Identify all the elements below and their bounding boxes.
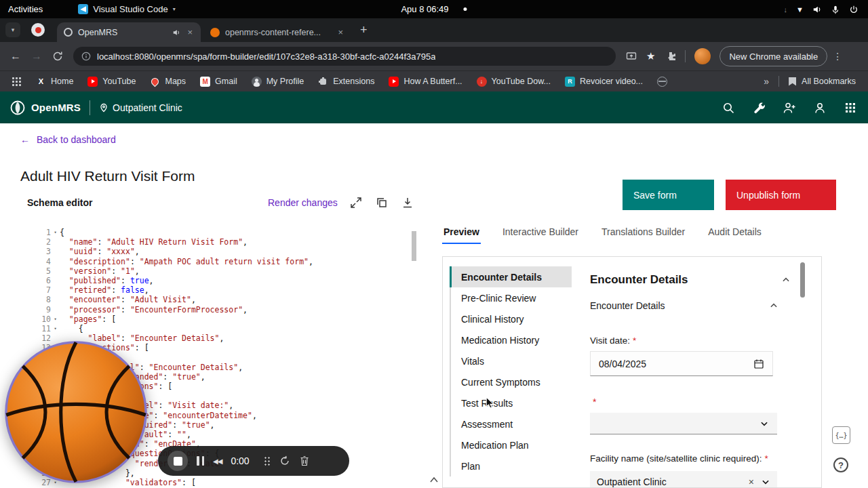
preview-nav-pre-clinic-review[interactable]: Pre-Clinic Review — [450, 287, 572, 308]
cast-icon[interactable] — [626, 51, 637, 62]
help-button[interactable]: ? — [833, 458, 848, 472]
fold-icon[interactable]: ▾ — [51, 314, 60, 324]
preview-nav-clinical-history[interactable]: Clinical History — [450, 308, 572, 329]
address-bar[interactable]: localhost:8080/openmrs/spa/form-builder/… — [73, 47, 616, 66]
unpublish-form-button[interactable]: Unpublish form — [726, 180, 836, 210]
user-icon[interactable] — [813, 101, 827, 115]
empty-dropdown[interactable] — [590, 413, 777, 434]
chevron-up-icon[interactable] — [769, 301, 778, 310]
power-icon[interactable] — [849, 5, 859, 14]
bookmark-globe[interactable] — [657, 77, 667, 87]
activities-button[interactable]: Activities — [8, 4, 43, 14]
network-icon[interactable]: ▼ — [796, 5, 804, 14]
brand-name[interactable]: OpenMRS — [31, 102, 81, 113]
preview-nav-plan[interactable]: Plan — [450, 455, 572, 476]
bookmark-revoicer-video[interactable]: Revoicer video... — [565, 77, 643, 87]
browser-tab-openmrs[interactable]: OpenMRS × — [57, 22, 201, 42]
save-form-button[interactable]: Save form — [623, 180, 714, 210]
maximize-editor-icon[interactable] — [349, 196, 363, 209]
delete-recording-button[interactable] — [299, 455, 310, 466]
code-line-4[interactable]: 4 "description": "Ampath POC adult retur… — [31, 257, 417, 266]
back-button[interactable]: ← — [10, 50, 21, 62]
code-line-11[interactable]: 11▾ { — [31, 324, 417, 333]
openmrs-logo-icon[interactable] — [9, 100, 26, 116]
browser-tab-content-reference[interactable]: openmrs-content-refere... × — [203, 22, 351, 42]
location-button[interactable]: Outpatient Clinic — [99, 102, 182, 113]
render-changes-link[interactable]: Render changes — [268, 197, 338, 208]
code-line-2[interactable]: 2 "name": "Adult HIV Return Visit Form", — [31, 237, 417, 247]
fold-icon[interactable]: ▾ — [51, 324, 60, 333]
rewind-button[interactable]: ◀◀ — [213, 458, 222, 465]
all-bookmarks-button[interactable]: All Bookmarks — [789, 77, 856, 86]
preview-nav-medication-history[interactable]: Medication History — [450, 329, 572, 350]
microphone-icon[interactable] — [831, 5, 840, 14]
bookmark-youtube[interactable]: YouTube — [87, 77, 136, 87]
site-info-icon[interactable] — [81, 52, 91, 61]
app-switcher-icon[interactable] — [844, 101, 857, 115]
chrome-update-chip[interactable]: New Chrome available — [719, 46, 827, 66]
code-line-6[interactable]: 6 "published": true, — [31, 276, 417, 285]
chevron-up-icon[interactable] — [781, 275, 791, 285]
preview-nav-assessment[interactable]: Assessment — [450, 413, 572, 434]
bookmarks-overflow-chevron[interactable]: » — [764, 76, 769, 87]
bookmark-star-icon[interactable]: ★ — [646, 50, 655, 62]
code-line-9[interactable]: 9 "processor": "EncounterFormProcessor", — [31, 305, 417, 314]
tab-close-button[interactable]: × — [336, 27, 344, 37]
editor-scrollbar[interactable] — [412, 231, 416, 261]
pause-button[interactable] — [197, 456, 204, 466]
forward-button[interactable]: → — [31, 50, 42, 62]
apps-grid-icon[interactable] — [12, 77, 21, 86]
tab-search-button[interactable]: ▾ — [5, 22, 20, 37]
profile-avatar[interactable] — [694, 48, 711, 64]
drag-handle-icon[interactable] — [264, 456, 271, 466]
preview-scrollbar[interactable] — [800, 262, 805, 298]
bookmark-home[interactable]: Home — [36, 77, 73, 87]
refresh-button[interactable] — [52, 51, 63, 62]
tab-close-button[interactable]: × — [186, 27, 194, 37]
browser-menu-button[interactable]: ⋮ — [833, 51, 842, 62]
tab-interactive-builder[interactable]: Interactive Builder — [501, 224, 580, 244]
code-line-5[interactable]: 5 "version": "1", — [31, 266, 417, 276]
bookmark-how-a-butterf[interactable]: How A Butterf... — [389, 77, 462, 87]
recording-indicator[interactable] — [31, 23, 45, 37]
bookmark-maps[interactable]: Maps — [150, 77, 186, 87]
facility-combobox[interactable]: Outpatient Clinic × — [590, 471, 777, 488]
preview-nav-test-results[interactable]: Test Results — [450, 392, 572, 413]
preview-nav-vitals[interactable]: Vitals — [450, 350, 572, 371]
visit-date-input[interactable]: 08/04/2025 — [590, 351, 773, 376]
calendar-icon[interactable] — [753, 359, 764, 369]
extensions-puzzle-icon[interactable] — [665, 51, 676, 62]
preview-nav-encounter-details[interactable]: Encounter Details — [450, 266, 572, 287]
new-tab-button[interactable]: + — [360, 23, 368, 37]
json-toggle-button[interactable]: {…} — [832, 426, 850, 444]
restart-recording-button[interactable] — [279, 455, 290, 466]
collapse-chevron-icon[interactable] — [428, 474, 440, 485]
back-to-dashboard-link[interactable]: ← Back to dashboard — [20, 134, 116, 145]
code-line-8[interactable]: 8 "encounter": "Adult Visit", — [31, 295, 417, 304]
download-schema-icon[interactable] — [401, 196, 414, 209]
stop-recording-button[interactable] — [167, 451, 188, 471]
search-icon[interactable] — [722, 101, 735, 115]
clock[interactable]: Apu 8 06:49 — [401, 4, 467, 14]
tab-audio-icon[interactable] — [172, 28, 180, 37]
preview-nav-current-symptoms[interactable]: Current Symptoms — [450, 371, 572, 392]
bookmark-extensions[interactable]: Extensions — [318, 77, 374, 87]
tab-translations-builder[interactable]: Translations Builder — [600, 224, 686, 244]
code-line-10[interactable]: 10▾ "pages": [ — [31, 314, 417, 324]
tab-audit-details[interactable]: Audit Details — [707, 224, 763, 244]
download-indicator-icon[interactable]: ↓ — [784, 5, 788, 14]
fold-icon[interactable]: ▾ — [51, 228, 60, 237]
preview-nav-medication-plan[interactable]: Medication Plan — [450, 434, 572, 455]
tab-preview[interactable]: Preview — [442, 224, 481, 244]
bookmark-youtube-dow[interactable]: YouTube Dow... — [477, 77, 551, 87]
volume-icon[interactable] — [812, 5, 822, 14]
clear-selection-icon[interactable]: × — [749, 476, 754, 487]
copy-schema-icon[interactable] — [375, 196, 389, 209]
bookmark-gmail[interactable]: Gmail — [200, 77, 237, 87]
add-user-icon[interactable] — [783, 101, 796, 115]
implementer-tools-icon[interactable] — [752, 101, 766, 115]
code-line-1[interactable]: 1▾{ — [31, 228, 417, 237]
code-line-3[interactable]: 3 "uuid": "xxxx", — [31, 247, 417, 256]
code-line-7[interactable]: 7 "retired": false, — [31, 285, 417, 295]
bookmark-my-profile[interactable]: My Profile — [252, 77, 304, 87]
